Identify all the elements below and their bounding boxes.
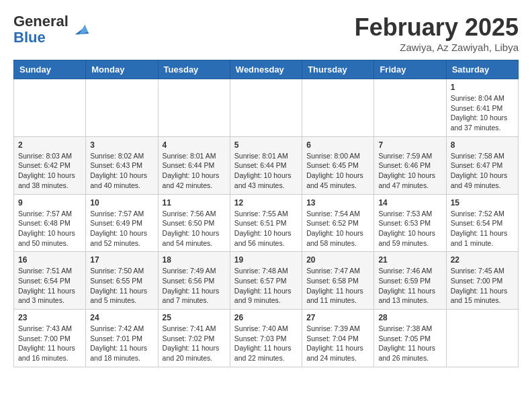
day-number: 8 <box>451 140 514 150</box>
location: Zawiya, Az Zawiyah, Libya <box>355 42 519 53</box>
calendar-cell: 6Sunrise: 8:00 AM Sunset: 6:45 PM Daylig… <box>302 136 374 194</box>
calendar-week-row: 1Sunrise: 8:04 AM Sunset: 6:41 PM Daylig… <box>14 79 519 137</box>
day-info: Sunrise: 7:46 AM Sunset: 6:59 PM Dayligh… <box>378 266 441 306</box>
day-info: Sunrise: 8:01 AM Sunset: 6:44 PM Dayligh… <box>163 151 226 191</box>
day-number: 9 <box>18 198 81 208</box>
calendar-week-row: 2Sunrise: 8:03 AM Sunset: 6:42 PM Daylig… <box>14 136 519 194</box>
weekday-header: Saturday <box>446 60 518 79</box>
day-info: Sunrise: 7:57 AM Sunset: 6:49 PM Dayligh… <box>90 209 153 248</box>
calendar-cell <box>302 79 374 137</box>
calendar-cell: 2Sunrise: 8:03 AM Sunset: 6:42 PM Daylig… <box>14 136 86 194</box>
calendar-cell: 5Sunrise: 8:01 AM Sunset: 6:44 PM Daylig… <box>230 136 302 194</box>
day-info: Sunrise: 7:56 AM Sunset: 6:50 PM Dayligh… <box>163 209 226 248</box>
day-info: Sunrise: 8:04 AM Sunset: 6:41 PM Dayligh… <box>451 93 514 133</box>
day-number: 3 <box>90 140 153 150</box>
day-number: 12 <box>234 198 298 208</box>
day-number: 19 <box>234 255 298 265</box>
day-info: Sunrise: 8:03 AM Sunset: 6:42 PM Dayligh… <box>18 151 81 191</box>
day-number: 14 <box>378 198 441 208</box>
day-number: 4 <box>163 140 226 150</box>
calendar-cell: 24Sunrise: 7:42 AM Sunset: 7:01 PM Dayli… <box>86 310 158 367</box>
calendar-cell: 18Sunrise: 7:49 AM Sunset: 6:56 PM Dayli… <box>158 252 230 310</box>
calendar-cell <box>158 79 230 137</box>
day-info: Sunrise: 8:00 AM Sunset: 6:45 PM Dayligh… <box>306 151 369 191</box>
day-info: Sunrise: 7:49 AM Sunset: 6:56 PM Dayligh… <box>163 266 226 306</box>
calendar-cell: 14Sunrise: 7:53 AM Sunset: 6:53 PM Dayli… <box>374 194 446 252</box>
calendar-cell: 22Sunrise: 7:45 AM Sunset: 7:00 PM Dayli… <box>446 252 518 310</box>
calendar-cell: 20Sunrise: 7:47 AM Sunset: 6:58 PM Dayli… <box>302 252 374 310</box>
day-number: 21 <box>378 255 441 265</box>
calendar-cell <box>86 79 158 137</box>
calendar-cell: 19Sunrise: 7:48 AM Sunset: 6:57 PM Dayli… <box>230 252 302 310</box>
calendar-week-row: 23Sunrise: 7:43 AM Sunset: 7:00 PM Dayli… <box>14 310 519 367</box>
day-info: Sunrise: 7:58 AM Sunset: 6:47 PM Dayligh… <box>451 151 514 191</box>
logo-blue: Blue <box>13 29 46 46</box>
calendar-cell: 16Sunrise: 7:51 AM Sunset: 6:54 PM Dayli… <box>14 252 86 310</box>
calendar-week-row: 16Sunrise: 7:51 AM Sunset: 6:54 PM Dayli… <box>14 252 519 310</box>
day-info: Sunrise: 7:57 AM Sunset: 6:48 PM Dayligh… <box>18 209 81 248</box>
calendar-cell <box>14 79 86 137</box>
day-number: 5 <box>234 140 298 150</box>
day-info: Sunrise: 7:43 AM Sunset: 7:00 PM Dayligh… <box>18 324 81 363</box>
day-info: Sunrise: 7:53 AM Sunset: 6:53 PM Dayligh… <box>378 209 441 248</box>
page-header: General Blue February 2025 Zawiya, Az Za… <box>13 13 519 53</box>
calendar-cell: 7Sunrise: 7:59 AM Sunset: 6:46 PM Daylig… <box>374 136 446 194</box>
calendar-cell: 15Sunrise: 7:52 AM Sunset: 6:54 PM Dayli… <box>446 194 518 252</box>
day-number: 25 <box>163 313 226 322</box>
day-number: 27 <box>306 313 369 322</box>
day-number: 16 <box>18 255 81 265</box>
calendar-cell: 10Sunrise: 7:57 AM Sunset: 6:49 PM Dayli… <box>86 194 158 252</box>
calendar-cell: 8Sunrise: 7:58 AM Sunset: 6:47 PM Daylig… <box>446 136 518 194</box>
day-number: 2 <box>18 140 81 150</box>
day-number: 6 <box>306 140 369 150</box>
day-info: Sunrise: 7:39 AM Sunset: 7:04 PM Dayligh… <box>306 324 369 363</box>
month-title: February 2025 <box>355 13 519 42</box>
calendar-table: SundayMondayTuesdayWednesdayThursdayFrid… <box>13 60 519 367</box>
day-number: 18 <box>163 255 226 265</box>
calendar-cell: 4Sunrise: 8:01 AM Sunset: 6:44 PM Daylig… <box>158 136 230 194</box>
calendar-cell: 27Sunrise: 7:39 AM Sunset: 7:04 PM Dayli… <box>302 310 374 367</box>
weekday-header: Tuesday <box>158 60 230 79</box>
logo: General Blue <box>13 13 90 46</box>
calendar-cell: 1Sunrise: 8:04 AM Sunset: 6:41 PM Daylig… <box>446 79 518 137</box>
day-number: 17 <box>90 255 153 265</box>
weekday-header: Sunday <box>14 60 86 79</box>
day-info: Sunrise: 7:54 AM Sunset: 6:52 PM Dayligh… <box>306 209 369 248</box>
day-number: 10 <box>90 198 153 208</box>
weekday-header: Monday <box>86 60 158 79</box>
day-info: Sunrise: 7:50 AM Sunset: 6:55 PM Dayligh… <box>90 266 153 306</box>
day-number: 11 <box>163 198 226 208</box>
calendar-cell: 21Sunrise: 7:46 AM Sunset: 6:59 PM Dayli… <box>374 252 446 310</box>
calendar-cell: 12Sunrise: 7:55 AM Sunset: 6:51 PM Dayli… <box>230 194 302 252</box>
calendar-cell <box>230 79 302 137</box>
day-info: Sunrise: 7:52 AM Sunset: 6:54 PM Dayligh… <box>451 209 514 248</box>
weekday-header: Wednesday <box>230 60 302 79</box>
day-number: 13 <box>306 198 369 208</box>
calendar-cell: 3Sunrise: 8:02 AM Sunset: 6:43 PM Daylig… <box>86 136 158 194</box>
day-number: 20 <box>306 255 369 265</box>
day-info: Sunrise: 8:02 AM Sunset: 6:43 PM Dayligh… <box>90 151 153 191</box>
weekday-header: Thursday <box>302 60 374 79</box>
day-number: 23 <box>18 313 81 322</box>
day-info: Sunrise: 7:51 AM Sunset: 6:54 PM Dayligh… <box>18 266 81 306</box>
calendar-cell: 9Sunrise: 7:57 AM Sunset: 6:48 PM Daylig… <box>14 194 86 252</box>
day-info: Sunrise: 7:48 AM Sunset: 6:57 PM Dayligh… <box>234 266 298 306</box>
calendar-cell: 13Sunrise: 7:54 AM Sunset: 6:52 PM Dayli… <box>302 194 374 252</box>
day-info: Sunrise: 7:41 AM Sunset: 7:02 PM Dayligh… <box>163 324 226 363</box>
calendar-week-row: 9Sunrise: 7:57 AM Sunset: 6:48 PM Daylig… <box>14 194 519 252</box>
day-info: Sunrise: 8:01 AM Sunset: 6:44 PM Dayligh… <box>234 151 298 191</box>
day-info: Sunrise: 7:42 AM Sunset: 7:01 PM Dayligh… <box>90 324 153 363</box>
day-number: 7 <box>378 140 441 150</box>
day-info: Sunrise: 7:40 AM Sunset: 7:03 PM Dayligh… <box>234 324 298 363</box>
day-number: 1 <box>451 83 514 92</box>
day-number: 28 <box>378 313 441 322</box>
day-info: Sunrise: 7:38 AM Sunset: 7:05 PM Dayligh… <box>378 324 441 363</box>
calendar-cell: 25Sunrise: 7:41 AM Sunset: 7:02 PM Dayli… <box>158 310 230 367</box>
day-number: 22 <box>451 255 514 265</box>
day-number: 15 <box>451 198 514 208</box>
logo-icon <box>70 19 90 40</box>
calendar-cell: 23Sunrise: 7:43 AM Sunset: 7:00 PM Dayli… <box>14 310 86 367</box>
calendar-cell: 11Sunrise: 7:56 AM Sunset: 6:50 PM Dayli… <box>158 194 230 252</box>
weekday-header: Friday <box>374 60 446 79</box>
day-info: Sunrise: 7:45 AM Sunset: 7:00 PM Dayligh… <box>451 266 514 306</box>
